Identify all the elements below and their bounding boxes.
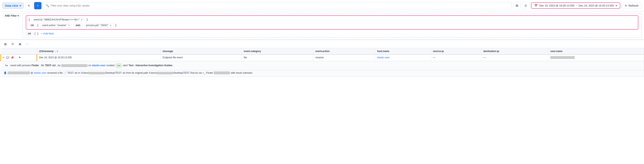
open-paren-2: ( bbox=[38, 23, 38, 27]
network-topology-button[interactable]: ⊞ bbox=[513, 2, 520, 9]
add-field-button[interactable]: + Add field bbox=[40, 32, 55, 35]
close-paren-1: ) bbox=[86, 18, 88, 21]
share-icon: ⎙ bbox=[525, 4, 527, 7]
th-timestamp-label: @timestamp bbox=[39, 50, 54, 53]
exp2-path2: /Users//Desktop/TEST-Test.txt bbox=[149, 72, 198, 74]
th-event-category-label: event.category bbox=[244, 50, 261, 53]
share-button[interactable]: ⎙ bbox=[522, 2, 530, 9]
exp2-path1: /Users//Desktop/TEST-.txt bbox=[81, 72, 125, 74]
exp-label5: created bbox=[106, 63, 114, 68]
time-range-button[interactable]: 📅 Dec 19, 2023 @ 16:05:13.555 → Dec 19, … bbox=[531, 2, 620, 9]
expanded-content-2: 👤 @ elastic-user renamed a file 📄 TEST-.… bbox=[4, 72, 641, 74]
plus-icon: + bbox=[37, 4, 38, 7]
th-timestamp[interactable]: @timestamp ↓ 1 bbox=[37, 48, 160, 55]
exp2-user-icon: 👤 bbox=[4, 72, 7, 74]
chip-event-id-value: event.id: "NM62UH14VvFWnaev++++8c+" bbox=[34, 18, 80, 21]
exp-label2: , file bbox=[40, 63, 44, 68]
sort-indicator: ↓ 1 bbox=[55, 50, 58, 52]
td-host-name: elastic-user bbox=[375, 55, 431, 61]
filter-group-inner: ( event.id: "NM62UH14VvFWnaev++++8c+" ✕ … bbox=[26, 15, 638, 30]
filter-chip-event-action[interactable]: event.action: "rename" ✕ bbox=[40, 23, 72, 27]
chat-icon[interactable]: 💬 bbox=[6, 56, 9, 59]
th-source-ip-label: source.ip bbox=[433, 50, 444, 53]
columns-button[interactable]: ▦ bbox=[2, 41, 8, 47]
and-filter-button[interactable]: AND Filter ▾ bbox=[2, 13, 21, 18]
more-icon[interactable]: ··· bbox=[15, 56, 17, 59]
or-badge-outer: OR bbox=[26, 32, 33, 35]
add-filter-button[interactable]: + bbox=[34, 2, 42, 9]
th-message[interactable]: message bbox=[160, 48, 242, 55]
table-toolbar: ▦ ⚙ ▣ ↑ bbox=[0, 40, 644, 48]
filter-lines-button[interactable]: ≡ bbox=[25, 2, 32, 9]
th-destination-ip[interactable]: destination.ip bbox=[481, 48, 548, 55]
filter-chip-process-pid[interactable]: process.pid: "15041" ✕ bbox=[84, 23, 114, 27]
table-header-row: @timestamp ↓ 1 message event.category ev… bbox=[0, 48, 644, 55]
filter-bar: AND Filter ▾ ( event.id: "NM62UH14VvFWna… bbox=[0, 11, 644, 40]
and-badge: AND bbox=[74, 23, 82, 27]
exp2-filename: TEST-.txt bbox=[67, 72, 78, 74]
td-destination-ip: — bbox=[481, 55, 548, 61]
toolbar-right: ⊞ ⎙ 📅 Dec 19, 2023 @ 16:05:13.555 → Dec … bbox=[513, 2, 642, 9]
filter-chip-event-id[interactable]: event.id: "NM62UH14VvFWnaev++++8c+" ✕ bbox=[32, 17, 85, 22]
exp2-host[interactable]: elastic-user bbox=[34, 72, 46, 74]
refresh-icon: ↻ bbox=[625, 4, 627, 7]
results-section: ▦ ⚙ ▣ ↑ @timestamp ↓ 1 message bbox=[0, 40, 644, 77]
th-event-action[interactable]: event.action bbox=[313, 48, 375, 55]
open-paren-1: ( bbox=[29, 18, 30, 21]
exp-label4: on bbox=[88, 63, 91, 68]
settings-button[interactable]: ⚙ bbox=[10, 41, 16, 47]
expanded-td-1: file event with process Finder , file TE… bbox=[0, 61, 644, 70]
data-table: @timestamp ↓ 1 message event.category ev… bbox=[0, 48, 644, 77]
td-message: Endpoint file event bbox=[160, 55, 242, 61]
exp-label1: event with process bbox=[10, 63, 31, 68]
chip-event-id-close[interactable]: ✕ bbox=[81, 18, 83, 21]
th-host-name[interactable]: host.name bbox=[375, 48, 431, 55]
row-destination-ip: — bbox=[483, 56, 486, 59]
filter-lines-icon: ≡ bbox=[28, 4, 30, 7]
grid-button[interactable]: ▣ bbox=[17, 41, 23, 47]
chip-event-action-value: event.action: "rename" bbox=[42, 24, 67, 27]
exp-label6: alert bbox=[123, 63, 128, 68]
refresh-button[interactable]: ↻ Refresh bbox=[622, 3, 642, 9]
row-timestamp: Dec 19, 2023 @ 16:20:13.555 bbox=[39, 56, 72, 59]
row-event-action: rename bbox=[315, 56, 324, 59]
filter-row-1: ( event.id: "NM62UH14VvFWnaev++++8c+" ✕ … bbox=[29, 17, 636, 22]
sort-icon: ↑ bbox=[26, 42, 28, 46]
th-controls bbox=[0, 48, 37, 55]
row-action-icons: ✏ 💬 📌 ··· ⚑ bbox=[3, 56, 34, 59]
top-toolbar: Data view ▾ ≡ + 🔍 ⊞ ⎙ 📅 Dec 19, 2023 @ 1… bbox=[0, 0, 644, 11]
data-view-button[interactable]: Data view ▾ bbox=[2, 3, 24, 9]
th-event-category[interactable]: event.category bbox=[242, 48, 313, 55]
th-user-name-label: user.name bbox=[550, 50, 562, 53]
th-host-name-label: host.name bbox=[377, 50, 389, 53]
td-controls: ✏ 💬 📌 ··· ⚑ bbox=[0, 55, 37, 61]
row-message: Endpoint file event bbox=[162, 56, 183, 59]
sort-button[interactable]: ↑ bbox=[24, 41, 30, 47]
exp2-blurred2 bbox=[214, 72, 230, 74]
network-icon: ⊞ bbox=[516, 4, 518, 7]
pin-icon[interactable]: 📌 bbox=[10, 56, 14, 59]
th-source-ip[interactable]: source.ip bbox=[431, 48, 481, 55]
edit-icon[interactable]: ✏ bbox=[3, 56, 5, 59]
add-or-row: OR ( ) + Add field bbox=[26, 32, 638, 35]
exp-period: . bbox=[173, 63, 174, 68]
data-view-label: Data view bbox=[5, 4, 18, 7]
filter-chevron: ▾ bbox=[18, 14, 19, 17]
exp-host[interactable]: elastic-user bbox=[92, 63, 106, 68]
search-input[interactable] bbox=[51, 4, 509, 7]
row-host-name[interactable]: elastic-user bbox=[377, 56, 390, 59]
exp-user-blurred bbox=[61, 64, 88, 67]
chip-event-action-close[interactable]: ✕ bbox=[68, 24, 70, 27]
close-paren-2: ) bbox=[116, 23, 116, 27]
time-range-label: Dec 19, 2023 @ 16:05:13.555 → Dec 19, 20… bbox=[539, 4, 614, 7]
th-user-name[interactable]: user.name bbox=[548, 48, 644, 55]
exp-filename: TEST-.txt bbox=[45, 63, 56, 68]
exp-process: Finder bbox=[32, 63, 39, 68]
search-bar: 🔍 bbox=[43, 2, 512, 9]
filter-text: Filter bbox=[11, 14, 17, 17]
data-view-chevron: ▾ bbox=[20, 4, 21, 7]
chip-process-pid-close[interactable]: ✕ bbox=[110, 24, 112, 27]
time-range-chevron: ▾ bbox=[616, 4, 617, 7]
flag-icon[interactable]: ⚑ bbox=[18, 56, 21, 59]
open-paren-outer: ( bbox=[34, 32, 36, 35]
